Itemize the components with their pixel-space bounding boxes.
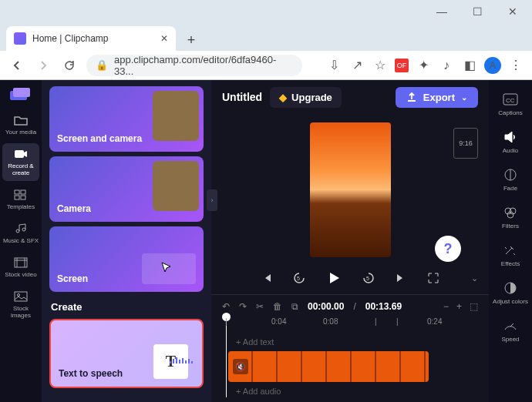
skip-end-button[interactable]	[392, 270, 409, 286]
ruler-tick: 0:08	[323, 317, 338, 326]
tile-screen[interactable]: Screen	[49, 226, 204, 292]
cursor-icon	[160, 261, 174, 275]
left-rail: Your media Record & create Templates Mus…	[0, 80, 42, 402]
upgrade-button[interactable]: ◆Upgrade	[270, 87, 342, 108]
tile-label: Camera	[57, 203, 91, 214]
rail-label: Fade	[503, 185, 517, 192]
tile-camera[interactable]: Camera	[49, 156, 204, 222]
add-audio-track[interactable]: + Add audio	[222, 384, 478, 399]
clipchamp-logo-icon	[8, 86, 33, 103]
aspect-ratio-button[interactable]: 9:16	[453, 128, 478, 159]
collapse-controls-icon[interactable]: ⌄	[471, 273, 478, 283]
playback-controls: 5 5 ⌄	[211, 265, 489, 294]
duplicate-button[interactable]: ⧉	[291, 301, 298, 312]
tile-label: Text to speech	[59, 368, 123, 379]
time-sep: /	[353, 301, 355, 312]
sidebar-item-stock-video[interactable]: Stock video	[2, 252, 39, 283]
upload-icon	[406, 92, 417, 102]
sidebar-label: Music & SFX	[3, 237, 39, 244]
timeline-tracks[interactable]: + Add text 🔇 + Add audio	[211, 333, 489, 402]
share-icon[interactable]: ↗	[348, 57, 365, 74]
mute-clip-button[interactable]: 🔇	[233, 359, 248, 374]
undo-button[interactable]: ↶	[222, 301, 230, 312]
url-text: app.clipchamp.com/editor/6dfa9460-33...	[114, 54, 293, 77]
svg-rect-8	[15, 292, 27, 301]
extension-of-icon[interactable]: OF	[395, 59, 409, 72]
export-button[interactable]: Export ⌄	[396, 87, 478, 108]
reload-button[interactable]	[60, 56, 79, 75]
zoom-fit-button[interactable]: ⬚	[470, 301, 478, 312]
tab-title: Home | Clipchamp	[32, 33, 108, 44]
close-tab-icon[interactable]: ✕	[160, 33, 168, 44]
video-clip[interactable]: 🔇	[228, 351, 429, 382]
tile-label: Screen and camera	[57, 133, 142, 144]
rail-effects[interactable]: Effects	[491, 239, 530, 272]
rail-captions[interactable]: CCCaptions	[491, 88, 530, 121]
bookmark-icon[interactable]: ☆	[372, 57, 389, 74]
sidebar-item-your-media[interactable]: Your media	[2, 109, 39, 140]
add-text-track[interactable]: + Add text	[222, 334, 478, 350]
forward-5-button[interactable]: 5	[360, 270, 377, 286]
editor-topbar: Untitled ◆Upgrade Export ⌄	[211, 80, 489, 114]
expand-panel-button[interactable]: ›	[207, 189, 217, 211]
sidebar-label: Stock images	[2, 305, 39, 319]
avatar-thumbnail	[153, 91, 199, 141]
fullscreen-button[interactable]	[425, 270, 442, 286]
sidebar-item-music-sfx[interactable]: Music & SFX	[2, 218, 39, 249]
browser-tab[interactable]: Home | Clipchamp ✕	[6, 26, 176, 51]
extensions-icon[interactable]: ✦	[415, 57, 432, 74]
rail-fade[interactable]: Fade	[491, 163, 530, 196]
forward-button[interactable]	[34, 56, 52, 75]
media-icon[interactable]: ♪	[438, 57, 455, 74]
help-button[interactable]: ?	[435, 236, 461, 262]
maximize-button[interactable]: ☐	[467, 4, 487, 19]
sidebar-item-record-create[interactable]: Record & create	[2, 143, 39, 181]
url-bar[interactable]: 🔒 app.clipchamp.com/editor/6dfa9460-33..…	[86, 55, 302, 76]
rail-audio[interactable]: Audio	[491, 126, 530, 159]
svg-rect-6	[21, 196, 25, 199]
profile-avatar[interactable]: A	[484, 57, 501, 74]
panel-icon[interactable]: ◧	[461, 57, 478, 74]
timeline-ruler[interactable]: | 0:04 0:08 | | 0:24	[211, 317, 489, 333]
minimize-button[interactable]: —	[432, 4, 452, 19]
video-preview[interactable]	[310, 122, 391, 257]
tab-strip: Home | Clipchamp ✕ +	[0, 23, 532, 51]
back-button[interactable]	[8, 56, 26, 75]
zoom-out-button[interactable]: −	[443, 301, 449, 312]
preview-area: › 9:16 ?	[211, 114, 489, 265]
svg-point-9	[18, 294, 20, 296]
play-button[interactable]	[323, 267, 345, 289]
tile-label: Screen	[57, 273, 88, 284]
new-tab-button[interactable]: +	[180, 29, 202, 51]
rail-label: Adjust colors	[493, 298, 528, 305]
delete-button[interactable]: 🗑	[273, 301, 282, 312]
sidebar-item-stock-images[interactable]: Stock images	[2, 286, 39, 323]
sidebar-item-templates[interactable]: Templates	[2, 184, 39, 215]
tile-text-to-speech[interactable]: T Text to speech	[49, 319, 204, 388]
rail-label: Captions	[498, 109, 523, 116]
menu-icon[interactable]: ⋮	[507, 57, 524, 74]
close-window-button[interactable]: ✕	[503, 4, 523, 19]
upgrade-label: Upgrade	[291, 92, 332, 103]
rail-label: Audio	[503, 147, 518, 154]
svg-rect-4	[21, 190, 25, 194]
rail-adjust-colors[interactable]: Adjust colors	[491, 276, 530, 310]
svg-rect-1	[13, 88, 30, 97]
current-time: 00:00.00	[308, 301, 344, 312]
app-root: Your media Record & create Templates Mus…	[0, 80, 532, 402]
timeline-toolbar: ↶ ↷ ✂ 🗑 ⧉ 00:00.00 / 00:13.69 − + ⬚	[211, 294, 489, 317]
sidebar-label: Stock video	[5, 271, 36, 278]
redo-button[interactable]: ↷	[239, 301, 247, 312]
rewind-5-button[interactable]: 5	[291, 270, 308, 286]
skip-start-button[interactable]	[258, 270, 275, 286]
ruler-tick: |	[225, 317, 227, 326]
zoom-in-button[interactable]: +	[456, 301, 462, 312]
ruler-tick: 0:04	[271, 317, 286, 326]
project-title[interactable]: Untitled	[222, 91, 262, 103]
split-button[interactable]: ✂	[256, 301, 264, 312]
tile-screen-camera[interactable]: Screen and camera	[49, 86, 204, 152]
rail-filters[interactable]: Filters	[491, 201, 530, 234]
export-label: Export	[423, 92, 455, 103]
rail-speed[interactable]: Speed	[491, 314, 530, 347]
install-app-icon[interactable]: ⇩	[325, 57, 342, 74]
